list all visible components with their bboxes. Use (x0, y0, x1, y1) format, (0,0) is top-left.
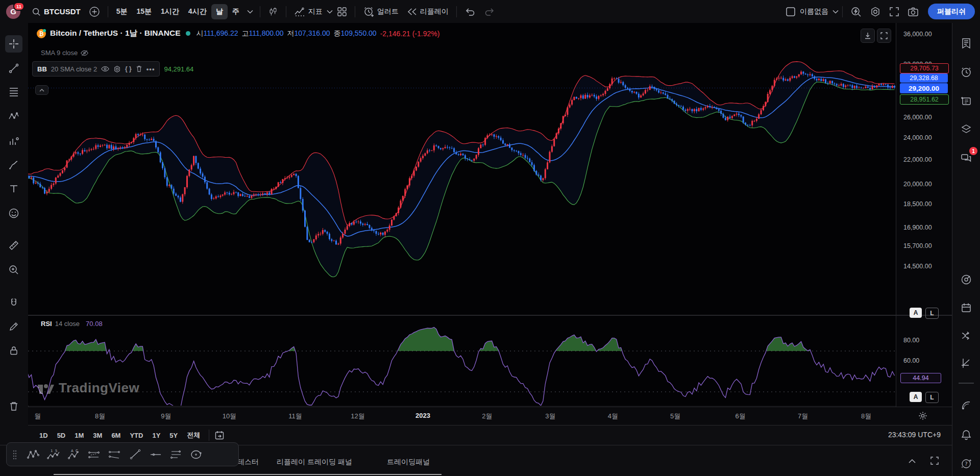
range-1D[interactable]: 1D (36, 430, 52, 441)
panel-maximize-icon[interactable] (930, 457, 939, 465)
bb-legend-row[interactable]: BB 20 SMA close 2 { } ••• 94,291.64 (32, 61, 193, 77)
timeframe-5분[interactable]: 5분 (112, 4, 132, 19)
disjoint-channel-icon[interactable] (105, 445, 125, 464)
indicators-chevron-icon[interactable] (327, 10, 333, 14)
alert-button[interactable]: 얼러트 (359, 4, 403, 20)
time-axis[interactable]: 월8월9월10월11월12월20232월3월4월5월6월7월8월 (28, 407, 952, 425)
chart-style-icon[interactable] (264, 4, 282, 20)
timeframe-주[interactable]: 주 (228, 4, 244, 19)
journal-plus-icon[interactable] (957, 92, 975, 110)
symbol-search-button[interactable]: BTCUSDT (28, 4, 85, 20)
bb-indicator-box[interactable]: BB 20 SMA close 2 { } ••• (32, 61, 160, 77)
timeframe-4시간[interactable]: 4시간 (184, 4, 211, 19)
alert-clock-icon[interactable] (957, 63, 975, 82)
crosshair-icon[interactable] (5, 35, 22, 53)
go-to-realtime-button[interactable] (861, 29, 875, 43)
undo-icon[interactable] (460, 4, 480, 20)
trend-line-icon[interactable] (5, 60, 22, 77)
range-3M[interactable]: 3M (89, 430, 106, 441)
streams-icon[interactable] (957, 396, 975, 415)
ruler-icon[interactable] (5, 237, 22, 254)
range-1Y[interactable]: 1Y (149, 430, 164, 441)
radar-icon[interactable] (957, 270, 975, 289)
elliott-wave-icon[interactable]: 15 (43, 445, 64, 464)
clock-text[interactable]: 23:43:09 UTC+9 (888, 431, 941, 439)
forecast-icon[interactable] (5, 132, 22, 149)
zoom-in-icon[interactable] (5, 261, 22, 279)
fullscreen-icon[interactable] (885, 4, 903, 20)
range-1M[interactable]: 1M (71, 430, 87, 441)
rsi-pane[interactable]: RSI 14 close 70.08 TradingView (28, 316, 896, 406)
abcd-pattern-icon[interactable]: AC (64, 445, 84, 464)
tab-3[interactable]: 트레이딩패널 (387, 458, 430, 467)
rsi-legend-row[interactable]: RSI 14 close 70.08 (41, 320, 103, 328)
price-axis[interactable]: 36,000.0032,000.0026,000.0024,000.0022,0… (896, 23, 952, 407)
timeframe-chevron-icon[interactable] (247, 10, 253, 14)
bb-eye-icon[interactable] (101, 66, 109, 72)
range-5Y[interactable]: 5Y (166, 430, 181, 441)
chart-lines-icon[interactable] (957, 354, 975, 372)
user-avatar[interactable]: G 11 (6, 5, 20, 19)
auto-scale-button-main[interactable]: A (910, 308, 922, 318)
bb-delete-icon[interactable] (136, 65, 142, 72)
range-5D[interactable]: 5D (54, 430, 69, 441)
sma-hidden-eye-icon[interactable] (80, 49, 89, 57)
pattern-icon[interactable] (5, 108, 22, 125)
templates-grid-icon[interactable] (333, 4, 351, 20)
snapshot-camera-icon[interactable] (903, 4, 923, 20)
pencil-icon[interactable] (5, 318, 22, 335)
sma-legend-row[interactable]: SMA 9 close (41, 49, 89, 57)
symbol-title[interactable]: Bitcoin / TetherUS · 1날 · BINANCE (50, 28, 180, 39)
auto-scale-button-rsi[interactable]: A (910, 392, 922, 402)
settings-gear-icon[interactable] (866, 4, 885, 20)
fib-retracement-icon[interactable] (5, 83, 22, 101)
text-icon[interactable] (5, 180, 22, 197)
quick-search-icon[interactable] (846, 4, 866, 20)
redo-icon[interactable] (480, 4, 499, 20)
xabcd-pattern-icon[interactable] (23, 445, 43, 464)
publish-button[interactable]: 퍼블리쉬 (928, 4, 975, 19)
help-icon[interactable]: ? (957, 454, 975, 472)
go-to-date-icon[interactable] (214, 430, 225, 440)
horizontal-ray-icon[interactable] (145, 445, 166, 464)
magnet-icon[interactable] (5, 294, 22, 312)
layout-name-button[interactable]: 이름없음 (796, 4, 832, 20)
range-전체[interactable]: 전체 (183, 429, 204, 442)
timeframe-15분[interactable]: 15분 (132, 4, 156, 19)
timeframe-1시간[interactable]: 1시간 (156, 4, 184, 19)
palette-drag-handle[interactable] (12, 449, 18, 460)
favorite-drawings-palette[interactable]: 15AC (6, 442, 239, 466)
bb-source-icon[interactable]: { } (125, 65, 132, 72)
bb-settings-icon[interactable] (113, 65, 121, 73)
log-scale-button-main[interactable]: L (925, 308, 939, 319)
main-chart-pane[interactable]: ₿ Bitcoin / TetherUS · 1날 · BINANCE 시111… (28, 23, 896, 315)
eye-off-icon[interactable] (5, 366, 22, 383)
range-YTD[interactable]: YTD (126, 430, 146, 441)
indicators-button[interactable]: 지표 (290, 4, 327, 20)
timeframe-날[interactable]: 날 (211, 4, 228, 19)
trash-icon[interactable] (5, 397, 22, 415)
compare-add-icon[interactable] (89, 6, 100, 17)
parallel-channel-icon[interactable] (84, 445, 105, 464)
panel-expand-chevron-icon[interactable] (908, 459, 916, 464)
axis-settings-gear-icon[interactable] (918, 411, 927, 420)
watchlist-icon[interactable] (957, 34, 975, 53)
trend-line2-icon[interactable] (125, 445, 145, 464)
layers-icon[interactable] (957, 120, 975, 138)
split-arrows-icon[interactable] (957, 327, 975, 345)
replay-button[interactable]: 리플레이 (403, 4, 453, 20)
maximize-pane-button[interactable] (877, 29, 891, 43)
tab-2[interactable]: 리플레이 트레이딩 패널 (277, 458, 352, 467)
lock-icon[interactable] (5, 342, 22, 359)
calendar-icon[interactable] (957, 298, 975, 317)
parallel-lines-icon[interactable] (166, 445, 186, 464)
layout-chevron-icon[interactable] (832, 10, 839, 14)
bell-icon[interactable] (957, 425, 975, 444)
emoji-icon[interactable] (5, 205, 22, 222)
ellipse-icon[interactable] (186, 445, 207, 464)
collapse-legend-button[interactable] (35, 85, 48, 95)
range-6M[interactable]: 6M (108, 430, 124, 441)
bb-more-icon[interactable]: ••• (146, 65, 155, 73)
save-checkbox-icon[interactable] (786, 7, 796, 17)
chat-icon[interactable]: 1 (957, 149, 975, 167)
